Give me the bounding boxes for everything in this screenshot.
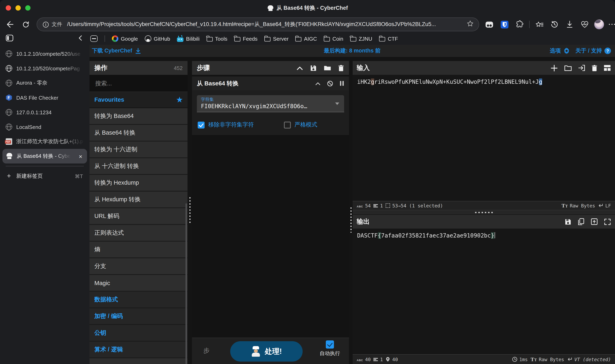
reader-glasses-icon[interactable] xyxy=(484,19,495,30)
clear-input-trash-icon[interactable] xyxy=(591,65,598,71)
sidebar-tab[interactable]: DAS File Checker × xyxy=(0,90,90,105)
sidebar-tab[interactable]: 从 Base64 转换 - Cyber × xyxy=(2,149,87,164)
history-icon[interactable] xyxy=(549,19,560,30)
copy-output-icon[interactable] xyxy=(577,218,585,225)
favourites-category[interactable]: Favourites ★ xyxy=(90,92,187,108)
reading-list-icon[interactable] xyxy=(90,35,98,42)
bookmark-item[interactable]: Tools xyxy=(206,36,227,42)
bookmark-star-icon[interactable] xyxy=(467,20,474,29)
operation-item[interactable]: 从 Hexdump 转换 xyxy=(90,192,187,208)
add-input-tab-icon[interactable] xyxy=(550,64,558,72)
checkbox-empty-icon[interactable] xyxy=(284,121,291,128)
output-character-encoding[interactable]: Raw Bytes xyxy=(531,356,564,363)
operation-item[interactable]: 转换为 Base64 xyxy=(90,108,187,125)
strict-mode-checkbox[interactable]: 严格模式 xyxy=(284,121,317,129)
collapse-sidebar-icon[interactable] xyxy=(78,35,83,42)
url-text[interactable]: /Users/timmy/Projects/tools/CyberChefCN/… xyxy=(67,21,463,28)
close-window-button[interactable] xyxy=(6,5,11,11)
operation-item[interactable]: Magic xyxy=(90,275,187,292)
maximize-output-icon[interactable] xyxy=(604,218,611,225)
step-button[interactable]: 步 xyxy=(203,347,209,355)
operation-category[interactable]: 数据格式 xyxy=(90,292,187,308)
checkbox-checked-icon[interactable] xyxy=(198,121,205,128)
extensions-puzzle-icon[interactable] xyxy=(514,19,525,30)
address-bar[interactable]: 文件 /Users/timmy/Projects/tools/CyberChef… xyxy=(37,17,479,31)
download-cyberchef-link[interactable]: 下载 CyberChef xyxy=(92,47,141,54)
bake-button[interactable]: 处理! xyxy=(230,341,303,362)
alphabet-select[interactable]: 字符集 FI0EHKRkclAYN/xvgim2XCUdSf8O6o… xyxy=(197,95,344,112)
sidebar-tab[interactable]: LocalSend × xyxy=(0,119,90,134)
sidebar-tab[interactable]: Aurora - 零奈 × xyxy=(0,76,90,90)
collapse-operation-icon[interactable] xyxy=(315,81,321,85)
recipe-operation[interactable]: 从 Base64 转换 字符集 FI0EHKRkclAYN/xvgim2XCUd… xyxy=(192,77,349,135)
operation-category[interactable]: 加密 / 编码 xyxy=(90,308,187,325)
recipe-io-splitter[interactable] xyxy=(349,61,353,364)
operation-item[interactable]: 转换为 十六进制 xyxy=(90,142,187,158)
new-tab-button[interactable]: + 新建标签页 ⌘T xyxy=(0,169,90,183)
operation-item[interactable]: 转换为 Hexdump xyxy=(90,175,187,192)
open-file-as-input-icon[interactable] xyxy=(578,64,585,72)
sidebar-toggle-icon[interactable] xyxy=(6,34,13,43)
downloads-icon[interactable] xyxy=(564,19,575,30)
disable-operation-icon[interactable] xyxy=(327,80,333,86)
open-output-in-tab-icon[interactable] xyxy=(591,218,598,225)
output-eol[interactable]: VT (detected) xyxy=(567,356,611,362)
output-editor[interactable]: DASCTF{7afaa02f35821faec37ae2ae910902bc} xyxy=(353,229,615,354)
favorites-menu-icon[interactable] xyxy=(534,19,545,30)
collapse-recipe-icon[interactable] xyxy=(297,66,303,70)
breakpoint-pause-icon[interactable] xyxy=(340,80,344,86)
minimize-window-button[interactable] xyxy=(15,5,21,11)
back-button[interactable] xyxy=(5,19,15,30)
zoom-window-button[interactable] xyxy=(25,5,30,11)
save-recipe-icon[interactable] xyxy=(310,65,317,71)
operation-item[interactable]: 正则表达式 xyxy=(90,225,187,242)
open-folder-icon[interactable] xyxy=(564,65,572,71)
sidebar-tab[interactable]: 浙江师范大学攻防七队+(1).p × xyxy=(0,134,90,149)
remove-non-alphabet-checkbox[interactable]: 移除非字符集字符 xyxy=(198,121,254,129)
operations-recipe-splitter[interactable] xyxy=(187,61,192,364)
operation-category[interactable]: 公钥 xyxy=(90,325,187,342)
profile-avatar[interactable] xyxy=(594,20,604,29)
close-tab-icon[interactable]: × xyxy=(77,152,85,160)
bookmark-item[interactable]: CTF xyxy=(379,36,398,42)
clear-recipe-trash-icon[interactable] xyxy=(338,65,344,71)
category-label: 数据格式 xyxy=(94,296,118,303)
input-tabs-layout-icon[interactable] xyxy=(604,65,611,71)
bookmark-item[interactable]: Bilibili xyxy=(177,36,199,42)
input-eol[interactable]: LF xyxy=(598,203,611,208)
reload-button[interactable] xyxy=(20,19,31,30)
operation-item[interactable]: 从 十六进制 转换 xyxy=(90,158,187,175)
operation-item[interactable]: 分支 xyxy=(90,258,187,275)
recipe-operation-title-row[interactable]: 从 Base64 转换 xyxy=(192,77,349,90)
operation-category[interactable]: 算术 / 逻辑 xyxy=(90,342,187,358)
save-output-icon[interactable] xyxy=(564,218,572,225)
bookmark-item[interactable]: GitHub xyxy=(145,35,170,42)
favourites-star-icon[interactable]: ★ xyxy=(177,95,183,104)
bookmark-item[interactable]: Feeds xyxy=(234,36,258,42)
bookmark-item[interactable]: Server xyxy=(264,36,288,42)
bitwarden-extension-icon[interactable] xyxy=(499,19,510,30)
operation-item[interactable]: 从 Base64 转换 xyxy=(90,125,187,142)
operations-scrollbar[interactable] xyxy=(185,203,187,364)
input-editor[interactable]: iHK2griRswoPfuKPNEluNwXpN+KuSUC+NwoPf2lP… xyxy=(353,75,615,201)
bookmark-item[interactable]: Coin xyxy=(324,36,343,42)
bookmark-item[interactable]: ZJNU xyxy=(350,36,372,42)
load-recipe-folder-icon[interactable] xyxy=(324,65,331,71)
more-menu-icon[interactable]: ··· xyxy=(608,21,615,28)
sidebar-tab[interactable]: 10.1.2.10/520/competePag × xyxy=(0,61,90,76)
sidebar-tab[interactable]: 127.0.0.1:1234 × xyxy=(0,105,90,119)
health-pulse-icon[interactable] xyxy=(579,19,590,30)
io-horizontal-splitter[interactable] xyxy=(353,210,615,215)
operation-item[interactable]: 熵 xyxy=(90,242,187,258)
operation-search[interactable] xyxy=(90,75,187,92)
bookmark-item[interactable]: AIGC xyxy=(296,36,317,42)
input-character-encoding[interactable]: Raw Bytes xyxy=(562,202,595,209)
bookmark-item[interactable]: Google xyxy=(112,35,138,42)
sidebar-tab[interactable]: 10.1.2.10/compete/520/use × xyxy=(0,46,90,61)
operation-item[interactable]: URL 解码 xyxy=(90,208,187,225)
options-button[interactable]: 选项 xyxy=(550,47,570,54)
operation-search-input[interactable] xyxy=(94,79,183,87)
auto-bake-checkbox[interactable] xyxy=(326,340,334,349)
about-support-button[interactable]: 关于 / 支持 ? xyxy=(575,47,611,54)
auto-bake-control[interactable]: 自动执行 xyxy=(320,340,340,357)
